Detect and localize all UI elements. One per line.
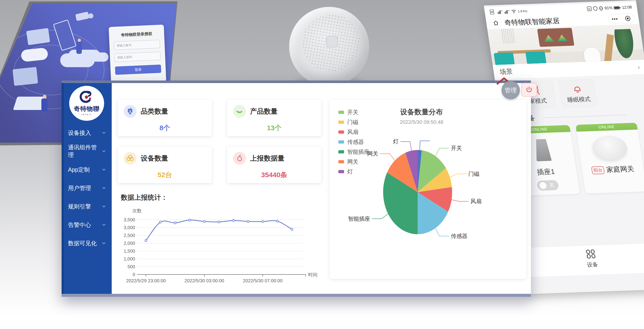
sidebar-item-label: 告警中心 xyxy=(68,221,91,229)
grid-icon xyxy=(585,248,597,259)
signal-bars-icon: 4G xyxy=(497,9,503,15)
person-head-illustration xyxy=(43,95,46,99)
brand-logo: 奇特物聯 IOTKIT xyxy=(69,86,104,121)
chevron-down-icon xyxy=(102,224,106,226)
grapes-icon xyxy=(126,107,134,115)
camera-illustration xyxy=(75,12,89,21)
close-capsule-icon[interactable] xyxy=(624,16,631,22)
sidebar-item-label: 用户管理 xyxy=(68,184,91,192)
sidebar-menu: 设备接入 通讯组件管理 App定制 用户管理 规则引擎 告警中心 数据可见化 xyxy=(62,124,112,252)
sidebar-item-label: 数据可见化 xyxy=(68,239,97,247)
mode-label: 睡眠模式 xyxy=(567,95,591,104)
clock-time: 12:08 xyxy=(622,5,632,10)
svg-text:1,000: 1,000 xyxy=(124,256,135,261)
admin-dashboard: 奇特物聯 IOTKIT 设备接入 通讯组件管理 App定制 用户管理 规则引擎 … xyxy=(62,81,531,297)
sidebar-item-2[interactable]: App定制 xyxy=(62,160,112,179)
svg-text:4G: 4G xyxy=(501,10,503,12)
bottom-nav: 设备 我 xyxy=(520,242,644,277)
svg-text:2,000: 2,000 xyxy=(124,241,135,246)
dashboard-main: 品类数量 8个 产品数量 13个 设备数量 52台 上报数据量 35440条 数… xyxy=(112,83,531,294)
power-mode-button[interactable] xyxy=(521,83,537,97)
stat-card-value: 52台 xyxy=(124,170,206,180)
sidebar: 奇特物聯 IOTKIT 设备接入 通讯组件管理 App定制 用户管理 规则引擎 … xyxy=(62,83,112,294)
screen-illustration xyxy=(13,67,38,86)
stat-card-title: 上报数据量 xyxy=(250,154,284,163)
pear-icon xyxy=(236,154,243,162)
sidebar-item-4[interactable]: 规则引擎 xyxy=(62,197,112,216)
login-button[interactable]: 登录 xyxy=(115,65,161,75)
sidebar-item-3[interactable]: 用户管理 xyxy=(62,179,112,197)
sidebar-item-1[interactable]: 通讯组件管理 xyxy=(62,142,112,160)
battery-icon xyxy=(614,6,621,10)
person2-head-illustration xyxy=(78,39,81,42)
scene-frame xyxy=(537,28,574,47)
sidebar-item-label: App定制 xyxy=(68,166,90,173)
account-field[interactable]: 请输入账号 xyxy=(114,40,160,50)
monitor-illustration xyxy=(26,28,50,45)
sidebar-item-label: 规则引擎 xyxy=(68,203,91,210)
person2-body-illustration xyxy=(76,42,82,54)
chevron-down-icon xyxy=(102,242,106,244)
svg-text:4G: 4G xyxy=(508,10,510,11)
login-title: 奇特物联登录授权 xyxy=(109,31,164,38)
logo-subtitle: IOTKIT xyxy=(81,113,92,116)
chevron-down-icon xyxy=(102,150,106,152)
svg-text:500: 500 xyxy=(128,264,135,269)
dual-battery-icon xyxy=(490,9,496,15)
wifi-icon xyxy=(511,9,517,14)
battery-percent: 91% xyxy=(604,6,613,11)
vibrate-icon xyxy=(599,6,604,11)
svg-text:3,500: 3,500 xyxy=(124,217,135,222)
power-icon xyxy=(526,86,532,93)
app-title: 奇特物联智能家居 xyxy=(504,16,560,27)
logo-name: 奇特物聯 xyxy=(74,105,100,113)
pie-label-网关: 网关 xyxy=(367,150,378,157)
stat-card-1: 产品数量 13个 xyxy=(227,100,321,136)
login-card: 奇特物联登录授权 请输入账号 请输入密码 登录 xyxy=(109,25,166,84)
sidebar-item-6[interactable]: 数据可见化 xyxy=(62,234,112,252)
svg-text:0: 0 xyxy=(132,272,135,277)
chevron-down-icon xyxy=(102,132,106,134)
device-name: 家庭网关 xyxy=(606,164,635,175)
svg-text:N: N xyxy=(588,7,591,11)
smart-speaker-photo xyxy=(288,7,373,92)
stat-card-value: 8个 xyxy=(124,123,206,133)
device-toggle[interactable]: 关 xyxy=(536,180,559,191)
nav-tab-devices[interactable]: 设备 xyxy=(577,248,606,269)
stat-card-title: 品类数量 xyxy=(141,107,168,116)
sidebar-item-5[interactable]: 告警中心 xyxy=(62,216,112,234)
header-divider xyxy=(543,115,627,118)
more-menu-button[interactable]: ••• xyxy=(611,16,618,22)
svg-text:次数: 次数 xyxy=(132,208,142,213)
home-button[interactable] xyxy=(490,18,502,29)
pie-chart-card: 设备数量分布 2022/5/30 09:50:48 开关 门磁 风扇 传感器 智… xyxy=(330,100,526,279)
scene-lamp xyxy=(501,29,516,44)
nav-devices-label: 设备 xyxy=(586,261,598,268)
chevron-right-icon: › xyxy=(637,63,640,71)
mode-card-1[interactable]: 睡眠模式 xyxy=(558,79,598,108)
pie-label-门磁: 门磁 xyxy=(468,171,480,177)
chevron-down-icon xyxy=(102,205,106,207)
miniprogram-pill: ••• xyxy=(608,13,635,24)
scene-chair-left xyxy=(494,53,515,65)
stat-card-title: 设备数量 xyxy=(141,154,168,163)
svg-text:2022/5/30 03:00:00: 2022/5/30 03:00:00 xyxy=(184,278,224,283)
lime-icon xyxy=(236,107,244,115)
device-card-1[interactable]: ONLINE 阳台家庭网关 xyxy=(576,123,644,193)
camera-lens-illustration xyxy=(88,13,93,19)
sidebar-item-label: 设备接入 xyxy=(68,129,91,137)
sidebar-item-0[interactable]: 设备接入 xyxy=(62,124,112,142)
svg-text:2022/5/29 23:00:00: 2022/5/29 23:00:00 xyxy=(126,278,166,283)
pie-label-传感器: 传感器 xyxy=(451,233,468,239)
speaker-logo xyxy=(326,36,338,47)
device-name: 插座1 xyxy=(536,167,556,177)
cloud-illustration xyxy=(60,53,95,67)
password-field[interactable]: 请输入密码 xyxy=(114,52,161,62)
pie-label-灯: 灯 xyxy=(393,138,398,144)
scene-photo xyxy=(487,24,644,65)
person-body-illustration xyxy=(41,99,47,111)
signal-bars2-icon: 4G xyxy=(504,9,510,14)
manage-badge[interactable]: 管理 xyxy=(502,81,520,99)
pie-label-开关: 开关 xyxy=(451,145,462,151)
scene-chair-right xyxy=(526,51,546,64)
